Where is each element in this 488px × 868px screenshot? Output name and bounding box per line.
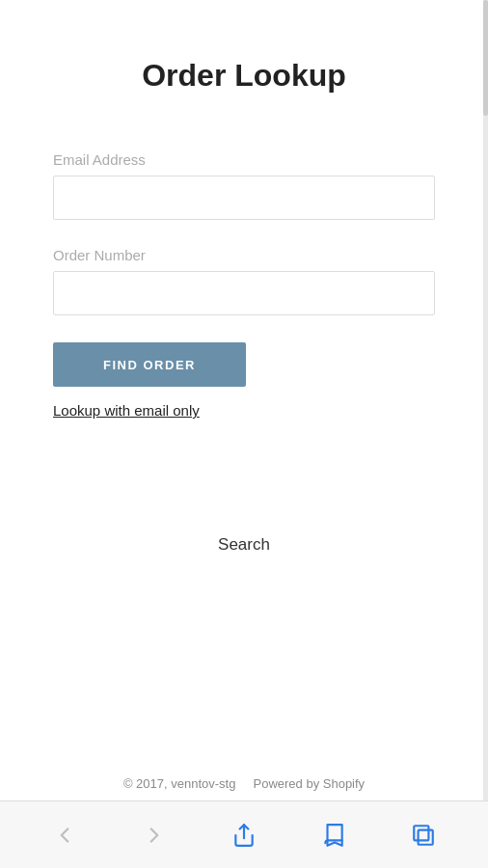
order-number-label: Order Number (53, 247, 435, 263)
bookmarks-button[interactable] (313, 815, 354, 855)
find-order-button[interactable]: FIND ORDER (53, 342, 246, 387)
order-number-field-group: Order Number (53, 247, 435, 315)
back-button[interactable] (44, 815, 85, 855)
order-number-input[interactable] (53, 271, 435, 315)
share-button[interactable] (224, 815, 264, 855)
footer-powered: Powered by Shopify (253, 776, 365, 791)
page-content: Order Lookup Email Address Order Number … (0, 0, 488, 555)
svg-rect-2 (419, 829, 433, 844)
email-input[interactable] (53, 176, 435, 220)
scrollbar-thumb[interactable] (483, 0, 488, 116)
email-label: Email Address (53, 151, 435, 168)
search-section: Search (53, 535, 435, 555)
search-text: Search (218, 535, 270, 554)
page-title: Order Lookup (53, 58, 435, 94)
scrollbar[interactable] (483, 0, 488, 868)
browser-toolbar (0, 800, 488, 868)
footer-copyright: © 2017, venntov-stg (123, 776, 236, 791)
email-field-group: Email Address (53, 151, 435, 220)
tabs-button[interactable] (403, 815, 444, 855)
forward-button[interactable] (134, 815, 175, 855)
lookup-email-only-link[interactable]: Lookup with email only (53, 402, 200, 419)
svg-rect-1 (415, 826, 429, 840)
footer: © 2017, venntov-stg Powered by Shopify (0, 776, 488, 791)
